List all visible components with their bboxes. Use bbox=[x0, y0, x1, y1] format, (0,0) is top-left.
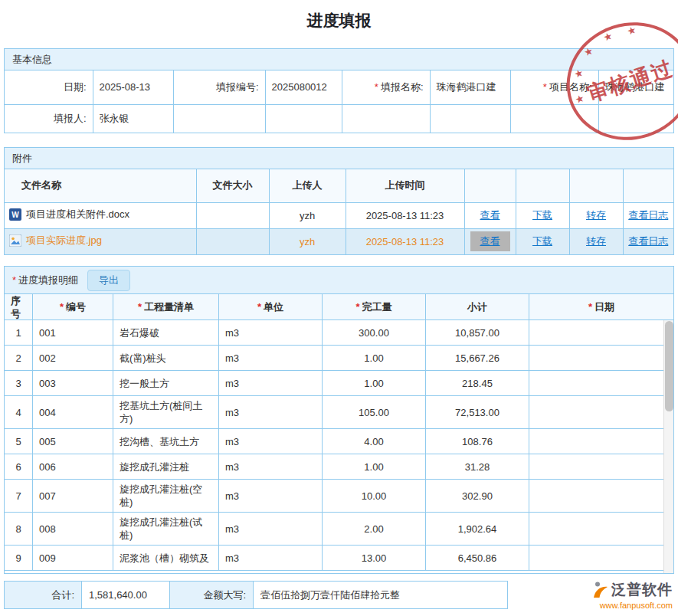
basic-info-title: 基本信息 bbox=[12, 53, 52, 67]
attachment-row: 项目实际进度.jpg yzh 2025-08-13 11:23 查看 下载 转存… bbox=[5, 228, 673, 254]
date-label: 日期: bbox=[5, 70, 93, 104]
cell-subtotal: 31.28 bbox=[426, 454, 529, 479]
detail-row: 1 001 岩石爆破 m3 300.00 10,857.00 bbox=[5, 320, 673, 346]
basic-info-table: 日期: 2025-08-13 填报编号: 2025080012 *填报名称: 珠… bbox=[5, 70, 673, 133]
filler-label: 填报人: bbox=[5, 104, 93, 133]
col-header-seq: 序号 bbox=[5, 294, 33, 319]
view-link[interactable]: 查看 bbox=[470, 231, 510, 251]
detail-table-header: 序号 *编号 *工程量清单 *单位 *完工量 小计 *日期 bbox=[5, 294, 673, 320]
cell-subtotal: 10,857.00 bbox=[426, 320, 529, 345]
logo-url: www.fanpusoft.com bbox=[600, 601, 673, 610]
cell-subtotal: 302.90 bbox=[426, 480, 529, 512]
cell-item: 挖基坑土方(桩间土方) bbox=[113, 396, 219, 428]
attachments-header: 附件 bbox=[5, 148, 673, 169]
cell-unit: m3 bbox=[219, 396, 323, 428]
export-button[interactable]: 导出 bbox=[87, 270, 130, 291]
detail-section-header: *进度填报明细 导出 bbox=[5, 267, 673, 294]
empty-cell bbox=[342, 104, 430, 133]
detail-row: 7 007 旋挖成孔灌注桩(空桩) m3 10.00 302.90 bbox=[5, 480, 673, 513]
view-log-link[interactable]: 查看日志 bbox=[628, 209, 668, 221]
file-size bbox=[196, 202, 269, 228]
detail-row: 5 005 挖沟槽、基坑土方 m3 4.00 108.76 bbox=[5, 429, 673, 454]
view-link[interactable]: 查看 bbox=[480, 209, 500, 221]
total-value: 1,581,640.00 bbox=[81, 582, 170, 608]
summary-table: 合计: 1,581,640.00 金额大写: 壹佰伍拾捌万壹仟陆佰肆拾元整 bbox=[4, 581, 508, 609]
attachment-row: W 项目进度相关附件.docx yzh 2025-08-13 11:23 查看 … bbox=[5, 202, 673, 228]
report-no-label: 填报编号: bbox=[173, 70, 265, 104]
download-link[interactable]: 下载 bbox=[532, 209, 552, 221]
transfer-link[interactable]: 转存 bbox=[586, 235, 606, 247]
detail-row: 6 006 旋挖成孔灌注桩 m3 1.00 31.28 bbox=[5, 454, 673, 480]
file-size bbox=[196, 228, 269, 254]
cell-date bbox=[529, 396, 673, 428]
progress-report-page: 进度填报 ★ ★ ★ ★ ★ 审核通过 基本信息 日期: 2025-08-13 … bbox=[0, 0, 678, 616]
cell-date bbox=[529, 480, 673, 512]
detail-row: 8 008 旋挖成孔灌注桩(试桩) m3 2.00 1,902.64 bbox=[5, 513, 673, 546]
cell-code: 008 bbox=[33, 513, 113, 545]
cell-seq: 4 bbox=[5, 396, 33, 428]
cell-item: 旋挖成孔灌注桩(试桩) bbox=[113, 513, 219, 545]
report-name-label: *填报名称: bbox=[342, 70, 430, 104]
cell-code: 009 bbox=[33, 546, 113, 570]
attachments-title: 附件 bbox=[12, 152, 32, 165]
cell-code: 007 bbox=[33, 480, 113, 512]
detail-scrollbar[interactable] bbox=[663, 320, 673, 573]
col-header-code: *编号 bbox=[33, 294, 113, 319]
filler-value: 张永银 bbox=[93, 104, 173, 133]
cell-code: 006 bbox=[33, 454, 113, 479]
cell-unit: m3 bbox=[219, 429, 323, 454]
cell-unit: m3 bbox=[219, 454, 323, 479]
amount-words-label: 金额大写: bbox=[170, 582, 253, 608]
cell-subtotal: 108.76 bbox=[426, 429, 529, 454]
summary-footer: 合计: 1,581,640.00 金额大写: 壹佰伍拾捌万壹仟陆佰肆拾元整 泛普… bbox=[4, 581, 674, 609]
col-header-action bbox=[623, 169, 673, 202]
cell-seq: 2 bbox=[5, 346, 33, 370]
cell-item: 岩石爆破 bbox=[113, 320, 219, 345]
cell-date bbox=[529, 371, 673, 395]
detail-row: 2 002 截(凿)桩头 m3 1.00 15,667.26 bbox=[5, 346, 673, 371]
amount-words-value: 壹佰伍拾捌万壹仟陆佰肆拾元整 bbox=[253, 582, 507, 608]
cell-seq: 3 bbox=[5, 371, 33, 395]
view-log-link[interactable]: 查看日志 bbox=[628, 235, 668, 247]
upload-time: 2025-08-13 11:23 bbox=[346, 202, 464, 228]
cell-qty: 13.00 bbox=[323, 546, 426, 570]
col-header-file-name: 文件名称 bbox=[5, 169, 196, 202]
cell-date bbox=[529, 429, 673, 454]
cell-code: 004 bbox=[33, 396, 113, 428]
detail-row: 9 009 泥浆池（槽）砌筑及 m3 13.00 6,450.86 bbox=[5, 546, 673, 571]
cell-item: 旋挖成孔灌注桩 bbox=[113, 454, 219, 479]
col-header-upload-time: 上传时间 bbox=[346, 169, 464, 202]
cell-unit: m3 bbox=[219, 371, 323, 395]
cell-code: 005 bbox=[33, 429, 113, 454]
page-title: 进度填报 bbox=[4, 0, 674, 31]
cell-qty: 1.00 bbox=[323, 371, 426, 395]
cell-subtotal: 15,667.26 bbox=[426, 346, 529, 370]
cell-seq: 1 bbox=[5, 320, 33, 345]
scrollbar-thumb[interactable] bbox=[665, 321, 673, 411]
col-header-action bbox=[464, 169, 516, 202]
empty-cell bbox=[598, 104, 673, 133]
cell-seq: 5 bbox=[5, 429, 33, 454]
col-header-qty: *完工量 bbox=[323, 294, 426, 319]
cell-subtotal: 1,902.64 bbox=[426, 513, 529, 545]
uploader: yzh bbox=[269, 202, 346, 228]
stamp-star-icon: ★ bbox=[602, 30, 614, 44]
detail-section-title: *进度填报明细 bbox=[12, 274, 78, 287]
cell-item: 挖沟槽、基坑土方 bbox=[113, 429, 219, 454]
cell-item: 截(凿)桩头 bbox=[113, 346, 219, 370]
attachments-section: 附件 文件名称 文件大小 上传人 上传时间 bbox=[4, 147, 674, 255]
detail-row: 3 003 挖一般土方 m3 1.00 218.45 bbox=[5, 371, 673, 396]
transfer-link[interactable]: 转存 bbox=[586, 209, 606, 221]
cell-subtotal: 72,513.00 bbox=[426, 396, 529, 428]
col-header-subtotal: 小计 bbox=[426, 294, 529, 319]
cell-date bbox=[529, 546, 673, 570]
cell-date bbox=[529, 346, 673, 370]
project-name-label: *项目名称: bbox=[510, 70, 598, 104]
cell-item: 挖一般土方 bbox=[113, 371, 219, 395]
col-header-action bbox=[516, 169, 569, 202]
cell-seq: 9 bbox=[5, 546, 33, 570]
cell-subtotal: 218.45 bbox=[426, 371, 529, 395]
download-link[interactable]: 下载 bbox=[532, 235, 552, 247]
cell-date bbox=[529, 513, 673, 545]
date-value: 2025-08-13 bbox=[93, 70, 173, 104]
